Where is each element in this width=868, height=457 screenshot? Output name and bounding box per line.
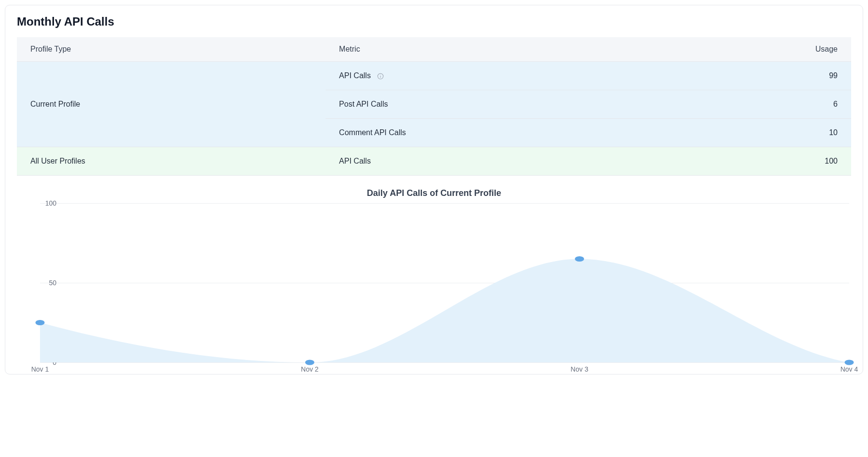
gridline [40,362,849,363]
cell-usage: 6 [701,90,851,119]
daily-api-calls-chart: Daily API Calls of Current Profile 100 5… [17,188,851,362]
cell-usage: 100 [701,147,851,176]
cell-profile-type-current: Current Profile [17,62,326,147]
svg-point-2 [380,74,381,75]
cell-metric-post-api-calls: Post API Calls [326,90,701,119]
api-calls-table: Profile Type Metric Usage Current Profil… [17,37,851,176]
info-icon[interactable] [377,72,384,80]
metric-label: API Calls [339,71,371,80]
page-title: Monthly API Calls [17,15,851,28]
data-point[interactable] [35,320,44,325]
chart-title: Daily API Calls of Current Profile [17,188,851,198]
data-point[interactable] [844,360,854,365]
x-tick-label: Nov 3 [570,365,588,373]
col-usage: Usage [701,37,851,62]
cell-metric-comment-api-calls: Comment API Calls [326,119,701,147]
table-row: All User Profiles API Calls 100 [17,147,851,176]
col-profile-type: Profile Type [17,37,326,62]
table-header-row: Profile Type Metric Usage [17,37,851,62]
x-tick-label: Nov 2 [301,365,319,373]
cell-metric-api-calls-all: API Calls [326,147,701,176]
table-row: Current Profile API Calls 99 [17,62,851,90]
chart-plot: 100 50 0 Nov 1 Nov 2 Nov 3 Nov 4 [40,203,849,362]
data-point[interactable] [575,256,584,262]
chart-points [40,203,849,362]
cell-metric-api-calls: API Calls [326,62,701,90]
data-point[interactable] [305,360,314,365]
cell-usage: 99 [701,62,851,90]
col-metric: Metric [326,37,701,62]
x-tick-label: Nov 4 [841,365,858,373]
cell-usage: 10 [701,119,851,147]
chart-area: 100 50 0 Nov 1 Nov 2 Nov 3 Nov 4 [17,203,851,362]
monthly-api-calls-card: Monthly API Calls Profile Type Metric Us… [5,5,863,374]
cell-profile-type-all: All User Profiles [17,147,326,176]
x-tick-label: Nov 1 [31,365,49,373]
